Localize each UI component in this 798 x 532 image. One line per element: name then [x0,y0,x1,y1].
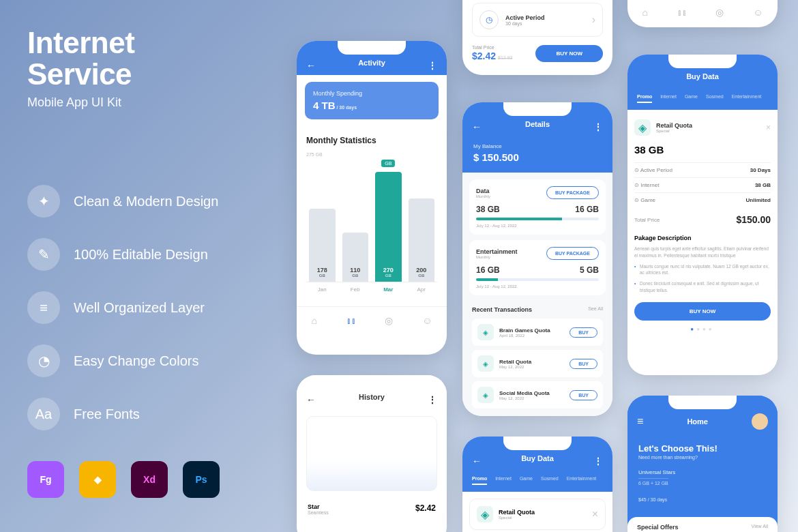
header-title: History [359,393,385,401]
plan-name: Universal Stars [638,469,767,475]
header-title: Activity [358,59,385,67]
menu-icon[interactable]: ⋮ [593,121,603,132]
quota-title: Retail Quota [499,509,535,516]
quota-size: 38 GB [634,144,771,156]
marketing-panel: Internet Service Mobile App UI Kit ✦Clea… [27,27,280,451]
avatar[interactable] [752,413,768,430]
screen-home: ≡ Home Let's Choose This! Need more than… [627,396,778,532]
screen-package-bottom: ◷ Active Period30 days › Total Price$2.4… [462,0,612,75]
tab[interactable]: Promo [472,476,487,485]
screen-buy-data: Buy Data PromoInternetGameSosmedEntertai… [627,55,778,375]
buy-button[interactable]: BUY [570,327,597,338]
header-title: Home [687,417,708,426]
feature-text: 100% Editable Design [74,247,208,263]
back-icon[interactable]: ← [472,456,482,467]
buy-now-button[interactable]: BUY NOW [535,45,603,62]
transaction-icon: ◈ [477,355,494,372]
special-offers-title: Special Offers [637,524,679,531]
chart-bar[interactable]: 200GB [409,198,435,282]
buy-button[interactable]: BUY [570,390,597,400]
quota-sub: Special [656,129,692,133]
spending-label: Monthly Spending [313,90,430,97]
title-line1: Internet [27,27,280,59]
page-dots: ●●●● [634,326,771,332]
tool-icon: ◆ [79,461,116,498]
month-label: Apr [409,286,435,293]
month-label: Jan [309,286,336,293]
tab[interactable]: Entertainment [732,94,762,103]
header: ← Details ⋮ [462,102,612,136]
globe-icon[interactable]: ◎ [715,7,724,18]
plan-sub: Seamless [308,510,329,515]
month-labels: JanFebMarApr [306,282,437,297]
tab[interactable]: Sosmed [541,476,559,485]
header-title: Details [525,120,550,128]
balance-label: My Balance [473,143,602,149]
stats-icon[interactable]: ⫾⫾ [346,315,356,326]
plan-price: $2.42 [415,503,436,515]
plan-price: $45 [638,497,647,502]
tab[interactable]: Internet [495,476,512,485]
recent-title: Recent Transactions [472,306,532,313]
month-label: Mar [375,286,402,293]
data-card: DataMonthlyBUY PACKAGE38 GB16 GBJuly 12 … [469,179,606,235]
total-price-value: $150.00 [736,214,771,225]
chart-bar[interactable]: 110GB [342,233,369,282]
globe-icon[interactable]: ◎ [385,315,393,326]
hamburger-icon[interactable]: ≡ [637,415,643,428]
card-title: Active Period [505,14,545,21]
category-tabs: PromoInternetGameSosmedEntertainment [627,89,778,110]
feature-icon: ◔ [27,344,60,377]
tab[interactable]: Internet [660,94,677,103]
menu-icon[interactable]: ⋮ [428,394,437,405]
see-all-link[interactable]: See All [588,306,603,313]
tab[interactable]: Game [520,476,533,485]
buy-package-button[interactable]: BUY PACKAGE [546,247,599,260]
total-price-label: Total Price [634,217,660,223]
tab[interactable]: Game [685,94,698,103]
close-icon[interactable]: × [592,508,598,520]
buy-package-button[interactable]: BUY PACKAGE [546,186,599,199]
close-icon[interactable]: × [766,123,771,132]
plan-name: Star [308,503,329,510]
month-label: Feb [342,286,369,293]
view-all-link[interactable]: View All [752,524,768,531]
buy-button[interactable]: BUY [570,359,597,369]
tool-icons-row: Fg◆XdPs [27,461,220,498]
tab[interactable]: Entertainment [567,476,597,485]
profile-icon[interactable]: ☺ [422,315,432,326]
spending-card: Monthly Spending 4 TB / 30 days [305,82,439,119]
tab[interactable]: Promo [637,94,652,103]
feature-icon: Aa [27,398,60,430]
chart-bar[interactable]: GB270GB [375,172,402,282]
description-text: Aenean quis turpis eget ante efficitur s… [634,246,771,259]
feature-item: ✦Clean & Modern Design [27,185,280,218]
bullet-item: Donec tincidunt consequat e anit. Sed at… [634,280,771,294]
balance-section: My Balance $ 150.500 [462,136,612,173]
stats-card: Monthly Statistics 275 GB 178GB110GBGB27… [297,126,447,306]
spending-sub: / 30 days [336,105,357,110]
home-icon[interactable]: ⌂ [311,315,316,326]
menu-icon[interactable]: ⋮ [428,60,437,71]
feature-item: ◔Easy Change Colors [27,344,280,377]
back-icon[interactable]: ← [306,60,316,71]
bottom-nav: ⌂ ⫾⫾ ◎ ☺ [297,306,447,334]
profile-icon[interactable]: ☺ [753,7,763,18]
tab[interactable]: Sosmed [706,94,724,103]
back-icon[interactable]: ← [306,394,316,405]
home-icon[interactable]: ⌂ [642,7,647,18]
buy-now-button[interactable]: BUY NOW [634,302,771,321]
stats-title: Monthly Statistics [306,136,437,145]
feature-icon: ✦ [27,185,60,218]
feature-item: ≡Well Organized Layer [27,291,280,324]
header: ← History ⋮ [297,375,447,409]
balance-value: $ 150.500 [473,151,602,163]
back-icon[interactable]: ← [472,121,482,132]
menu-icon[interactable]: ⋮ [593,456,603,467]
chart-bar[interactable]: 178GB [309,209,336,282]
data-card: EntertainmentMonthlyBUY PACKAGE16 GB5 GB… [469,240,606,295]
screen-activity: ← Activity ⋮ Monthly Spending 4 TB / 30 … [297,41,447,355]
header-title: Buy Data [686,72,719,80]
active-period-card[interactable]: ◷ Active Period30 days › [472,3,603,37]
stats-icon[interactable]: ⫾⫾ [677,7,687,18]
